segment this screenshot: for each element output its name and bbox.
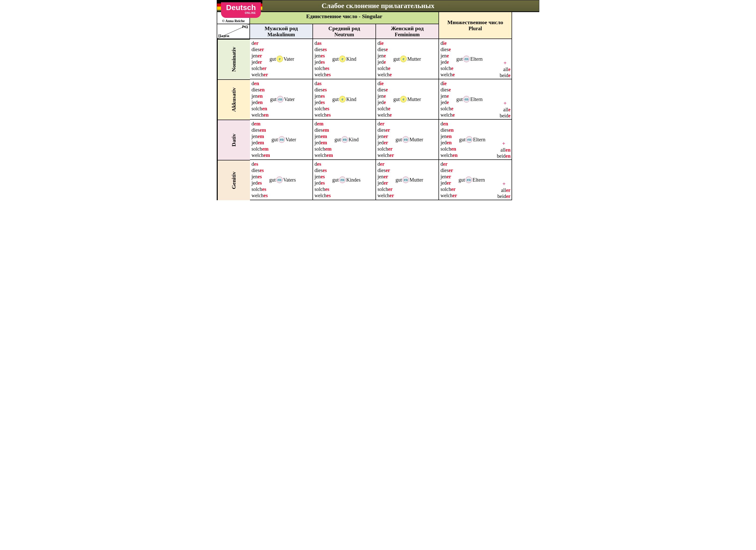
adjective-phrase: gutenEltern [456,96,483,103]
extra-determiner: beide [500,113,511,119]
table-cell: diediesejenejedesolchewelcheguteMutter [376,39,439,79]
extra-determiner: beider [497,193,511,199]
noun: Mutter [409,177,423,183]
adjective-phrase: gutenEltern [459,136,485,143]
determiner: diesen [440,127,458,133]
determiner: solche [440,106,455,112]
determiner-list: demdiesemjenemjedemsolchemwelchem [251,121,270,158]
page-title: Слабое склонение прилагательных [322,2,434,10]
adjective-phrase: gutenEltern [456,56,483,62]
determiner: dieser [440,167,457,174]
determiner: welche [440,72,455,78]
determiner: jener [440,174,457,180]
determiner: die [440,80,455,87]
determiner: dem [314,121,333,127]
adjective-phrase: gutenMutter [396,136,423,143]
table-cell: derdieserjenerjedersolcherwelchergutenMu… [376,160,439,200]
table-cell: diediesejenejedesolchewelchegutenEltern+… [439,79,512,120]
determiner: welcher [251,72,268,78]
determiner: solcher [440,186,457,193]
noun: Kindes [346,177,361,183]
determiner: den [251,80,269,87]
padezh-label: Падеж [218,34,229,38]
determiner: des [251,161,268,167]
adjective-phrase: guteMutter [393,56,421,62]
case-label-dativ: Dativ [217,120,250,160]
ending-e-icon: e [400,96,407,103]
determiner: jenem [314,133,333,140]
adjective-phrase: gutenVaters [269,177,296,183]
noun: Kind [349,137,359,143]
adjective-phrase: guteMutter [393,96,421,103]
determiner-list: diediesejenejedesolchewelche [377,80,392,118]
determiner: jene [377,93,392,99]
table-cell: dendiesenjenenjedensolchenwelchengutenEl… [439,120,512,160]
noun: Eltern [473,137,485,143]
determiner: diese [440,46,455,53]
determiner: jenes [251,174,268,180]
singular-header: Единственное число - Singular [250,12,439,24]
determiner-list: derdieserjenerjedersolcherwelcher [377,121,394,158]
ending-e-icon: e [400,56,407,62]
ending-en-icon: en [277,96,283,103]
col-maskulinum: Мужской род Maskulinum [250,24,313,39]
ending-e-icon: e [276,56,283,62]
col-femininum: Женский род Femininum [376,24,439,39]
rod-label: Род [242,25,248,29]
extra-determiner: beiden [497,153,511,159]
determiner: jede [377,99,392,106]
adjective-phrase: gutenVater [270,96,295,103]
page-title-bar: Deutsch Слабое склонение прилагательных [217,0,539,12]
ending-en-icon: en [465,177,472,183]
determiner: der [251,40,268,46]
adjective-phrase: gutenEltern [459,177,485,183]
noun: Mutter [407,97,421,102]
plus-icon: + [497,181,511,187]
adjective-phrase: gutenKind [334,136,359,143]
determiner: jeder [377,180,394,186]
case-label-nominativ: Nominativ [217,39,250,79]
determiner: jeder [440,180,457,186]
determiner: jenem [251,133,270,140]
determiner: jene [440,53,455,59]
plus-icon: + [500,60,511,66]
plural-extras: +allenbeiden [497,140,511,159]
determiner: welcher [377,193,394,199]
noun: Vater [284,97,295,102]
adjective-phrase: gutenMutter [396,177,423,183]
determiner-list: diediesejenejedesolchewelche [377,40,392,78]
determiner: diese [377,87,392,93]
ending-e-icon: e [339,56,346,62]
determiner-list: dendiesenjenenjedensolchenwelchen [440,121,458,158]
table-cell: demdiesemjenemjedemsolchemwelchemgutenVa… [250,120,313,160]
mask-de: Maskulinum [251,32,311,38]
determiner-list: desdiesesjenesjedessolcheswelches [251,161,268,199]
determiner: solches [314,106,331,112]
plural-ru: Множественное число [440,19,511,26]
determiner: solchem [314,146,333,152]
determiner: jenen [440,133,458,140]
determiner: solches [314,65,331,72]
determiner: jenes [314,174,331,180]
determiner-list: desdiesesjenesjedessolcheswelches [314,161,331,199]
determiner: solcher [377,186,394,193]
determiner: solchem [251,146,270,152]
adjective-phrase: gutenKindes [332,177,360,183]
plural-de: Plural [440,26,511,31]
determiner-list: derdieserjenerjedersolcherwelcher [440,161,457,199]
determiner: des [314,161,331,167]
ending-e-icon: e [339,96,346,103]
noun: Kind [346,56,356,62]
table-cell: diediesejenejedesolchewelcheguteMutter [376,79,439,120]
determiner: solche [440,65,455,72]
determiner: jener [377,174,394,180]
determiner-list: diediesejenejedesolchewelche [440,80,455,118]
table-cell: desdiesesjenesjedessolcheswelchesgutenKi… [313,160,376,200]
neut-ru: Средний род [328,25,360,31]
noun: Eltern [470,56,483,62]
determiner: jedem [314,140,333,146]
determiner: der [377,161,394,167]
plus-icon: + [497,140,511,147]
determiner: diese [440,87,455,93]
determiner: diese [377,46,392,53]
